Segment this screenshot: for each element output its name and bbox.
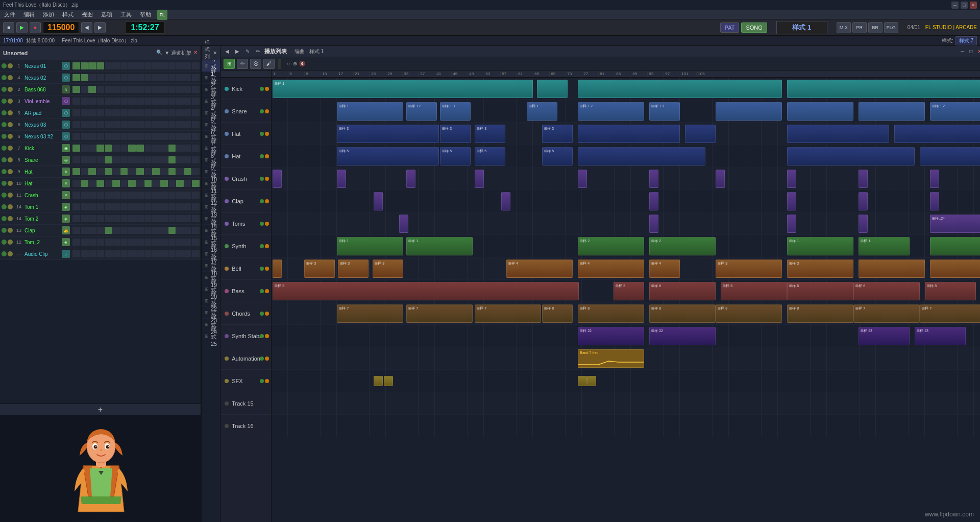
block-hat2-5[interactable] <box>578 147 705 165</box>
ch-mute-1[interactable] <box>2 63 7 68</box>
block-snare-6[interactable]: ⊞样 1.3 <box>649 102 680 121</box>
ch-mute-3[interactable] <box>2 87 7 92</box>
ch-plugin-tom-2[interactable]: ◈ <box>62 238 70 246</box>
block-hat1-3[interactable]: ⊞样 3 <box>475 125 505 143</box>
block-synth-6[interactable]: ⊞样 1 <box>859 237 910 255</box>
ch-pads-11[interactable] <box>71 180 201 187</box>
logo-icon[interactable]: FL <box>157 10 167 20</box>
paint-tool-btn[interactable]: 🖌 <box>263 59 275 69</box>
zoom-btn[interactable]: ⊕ <box>293 61 297 66</box>
ch-pads-2[interactable] <box>71 74 201 81</box>
ch-pads-9[interactable] <box>71 156 201 163</box>
menu-add[interactable]: 添加 <box>41 11 56 18</box>
block-snare-2[interactable]: ⊞样 1.2 <box>406 102 437 121</box>
block-bell-8[interactable]: ⊞样 3 <box>787 259 853 278</box>
block-synth-4[interactable]: ⊞样 2 <box>649 237 716 255</box>
tracks-content[interactable]: ⊞样 1 ⊞样 1 ⊞样 1.2 ⊞样 1.3 ⊞样 1 ⊞样 1.2 <box>272 78 980 437</box>
track-solo-clap[interactable] <box>265 199 269 203</box>
block-bell-4[interactable]: ⊞样 4 <box>506 259 573 278</box>
ch-mute-2[interactable] <box>2 75 7 80</box>
block-toms-4[interactable] <box>859 215 868 233</box>
block-hat1-6[interactable] <box>685 125 716 143</box>
track-label-clap[interactable]: Clap <box>220 190 271 212</box>
track-mute-clap[interactable] <box>260 199 264 203</box>
playlist-max-btn[interactable]: □ <box>968 48 974 55</box>
block-hat1-7[interactable] <box>787 125 889 143</box>
ch-plugin-viol[interactable]: ⬡ <box>62 97 70 105</box>
track-solo-chords[interactable] <box>265 312 269 316</box>
playlist-back-btn[interactable]: ◀ <box>224 48 231 55</box>
block-hat2-1[interactable]: ⊞样 5 <box>337 147 439 165</box>
track-row-toms[interactable]: ⊞样..24 <box>272 212 980 235</box>
pattern-list[interactable]: ⊞样式 1 ⊞样式 2 ⊞样式 3 ⊞样式 4 ⊞样式 5 ⊞样式 6 ⊞样式 … <box>202 60 220 522</box>
pattern-panel-close[interactable]: ✕ <box>213 50 217 56</box>
menu-view[interactable]: 视图 <box>80 11 95 18</box>
block-bell-7[interactable]: ⊞样 3 <box>716 259 782 278</box>
ch-mute-14[interactable] <box>2 216 7 221</box>
block-snare-8[interactable] <box>787 102 853 121</box>
ch-solo-3[interactable] <box>8 87 13 92</box>
block-toms-2[interactable] <box>649 215 658 233</box>
block-auto-1[interactable]: Band 7 freq <box>578 349 644 368</box>
block-hat2-3[interactable]: ⊞样 5 <box>475 147 505 165</box>
block-clap-1[interactable] <box>374 192 383 210</box>
ch-solo-8[interactable] <box>8 146 13 151</box>
block-snare-5[interactable]: ⊞样 1.2 <box>578 102 644 121</box>
block-chords-10[interactable]: ⊞样 7 <box>920 304 980 323</box>
ch-plugin-snare[interactable]: ◎ <box>62 156 70 164</box>
ch-solo-13[interactable] <box>8 204 13 209</box>
ch-plugin-bass068[interactable]: ♫ <box>62 85 70 93</box>
ch-mute-8[interactable] <box>2 146 7 151</box>
block-chords-9[interactable]: ⊞样 7 <box>853 304 920 323</box>
block-bell-start[interactable] <box>273 259 282 278</box>
ch-plugin-tom1[interactable]: ◈ <box>62 203 70 211</box>
track-mute-synth[interactable] <box>260 244 264 248</box>
track-row-snare[interactable]: ⊞样 1 ⊞样 1.2 ⊞样 1.3 ⊞样 1 ⊞样 1.2 ⊞样 1.3 ⊞样… <box>272 100 980 123</box>
block-kick-2[interactable] <box>537 80 568 98</box>
track-mute-kick[interactable] <box>260 87 264 91</box>
mute-tool-btn[interactable]: 🔇 <box>299 61 305 66</box>
track-row-hat1[interactable]: ⊞样 3 ⊞样 3 ⊞样 3 ⊞样 3 <box>272 123 980 145</box>
block-sfx-3[interactable] <box>578 376 587 386</box>
ch-plugin-hat2[interactable]: ✕ <box>62 179 70 187</box>
block-snare-10[interactable]: ⊞样 1.2 <box>930 102 980 121</box>
block-bell-6[interactable]: ⊞样 4 <box>649 259 680 278</box>
block-crash-5[interactable] <box>578 170 587 188</box>
ch-plugin-nexus01[interactable]: ⬡ <box>62 62 70 70</box>
ch-mute-10[interactable] <box>2 169 7 174</box>
ch-pads-12[interactable] <box>71 192 201 199</box>
playlist-forward-btn[interactable]: ▶ <box>234 48 241 55</box>
ch-plugin-clap[interactable]: 👍 <box>62 226 70 234</box>
block-crash-3[interactable] <box>406 170 415 188</box>
track-solo-kick[interactable] <box>265 87 269 91</box>
block-chords-1[interactable]: ⊞样 7 <box>337 304 403 323</box>
ch-mute-12[interactable] <box>2 193 7 198</box>
ch-plugin-nexus02[interactable]: ⬡ <box>62 74 70 82</box>
ch-mute-7[interactable] <box>2 134 7 139</box>
track-solo-sfx[interactable] <box>265 379 269 383</box>
track-label-bell[interactable]: Bell <box>220 257 271 280</box>
track-row-automation[interactable]: Band 7 freq <box>272 347 980 370</box>
block-crash-4[interactable] <box>475 170 484 188</box>
track-row-synth-stabs[interactable]: ⊞样 22 ⊞样 22 ⊞样 23 ⊞样 23 <box>272 325 980 347</box>
menu-options[interactable]: 选项 <box>99 11 114 18</box>
track-row-hat2[interactable]: ⊞样 5 ⊞样 5 ⊞样 5 ⊞样 5 <box>272 145 980 168</box>
track-mute-synth-stabs[interactable] <box>260 334 264 338</box>
track-solo-snare[interactable] <box>265 109 269 113</box>
track-solo-toms[interactable] <box>265 222 269 226</box>
block-chords-8[interactable]: ⊞样 8 <box>787 304 853 323</box>
block-bell-9[interactable] <box>859 259 925 278</box>
track-row-bass[interactable]: ⊞样 5 ⊞样 5 ⊞样 6 ⊞样 6 ⊞样 6 ⊞样 6 ⊞样 5 <box>272 280 980 302</box>
track-mute-sfx[interactable] <box>260 379 264 383</box>
block-synth-1[interactable]: ⊞样 1 <box>337 237 403 255</box>
block-bass-2[interactable]: ⊞样 5 <box>614 282 644 300</box>
track-mute-toms[interactable] <box>260 222 264 226</box>
block-bell-1[interactable]: ⊞样 3 <box>304 259 335 278</box>
block-crash-7[interactable] <box>716 170 725 188</box>
close-button[interactable]: ✕ <box>970 2 977 9</box>
track-label-hat2[interactable]: Hat <box>220 145 271 168</box>
block-hat2-6[interactable] <box>787 147 915 165</box>
ch-pads-17[interactable] <box>71 250 201 257</box>
playlist-draw-btn[interactable]: ✏ <box>254 48 261 55</box>
track-label-bass[interactable]: Bass <box>220 280 271 302</box>
